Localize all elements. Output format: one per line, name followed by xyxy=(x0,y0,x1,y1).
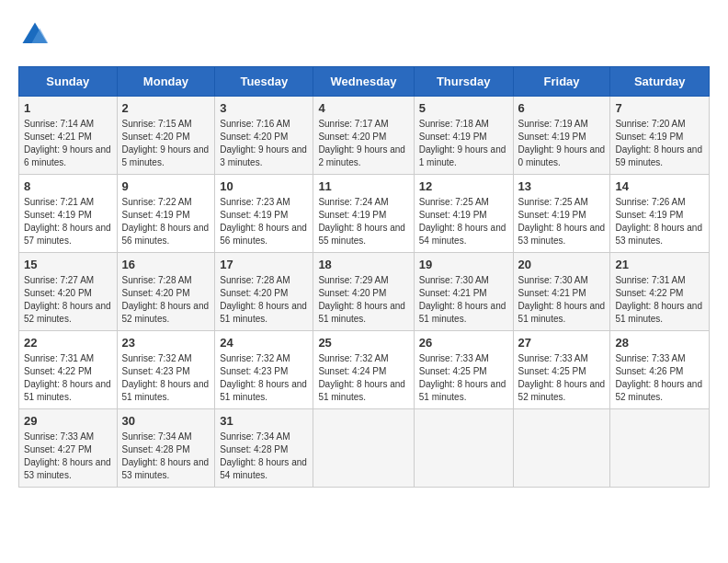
calendar-cell: 9 Sunrise: 7:22 AM Sunset: 4:19 PM Dayli… xyxy=(117,175,215,253)
day-number: 17 xyxy=(220,258,308,271)
col-header-saturday: Saturday xyxy=(610,67,710,97)
day-info: Sunrise: 7:25 AM Sunset: 4:19 PM Dayligh… xyxy=(419,196,508,247)
day-number: 24 xyxy=(220,336,308,350)
day-number: 5 xyxy=(419,101,508,115)
calendar-cell: 4 Sunrise: 7:17 AM Sunset: 4:20 PM Dayli… xyxy=(313,97,414,175)
day-info: Sunrise: 7:17 AM Sunset: 4:20 PM Dayligh… xyxy=(318,118,408,169)
day-number: 19 xyxy=(419,258,508,271)
day-info: Sunrise: 7:21 AM Sunset: 4:19 PM Dayligh… xyxy=(24,196,112,247)
day-number: 21 xyxy=(615,258,704,271)
day-info: Sunrise: 7:24 AM Sunset: 4:19 PM Dayligh… xyxy=(318,196,408,247)
calendar-cell: 23 Sunrise: 7:32 AM Sunset: 4:23 PM Dayl… xyxy=(117,331,215,409)
calendar-cell: 8 Sunrise: 7:21 AM Sunset: 4:19 PM Dayli… xyxy=(19,175,118,253)
calendar-cell: 7 Sunrise: 7:20 AM Sunset: 4:19 PM Dayli… xyxy=(610,97,710,175)
day-number: 28 xyxy=(615,336,704,350)
calendar-cell: 20 Sunrise: 7:30 AM Sunset: 4:21 PM Dayl… xyxy=(513,253,610,331)
calendar-cell xyxy=(414,409,513,488)
day-number: 23 xyxy=(122,336,210,350)
day-number: 14 xyxy=(615,179,704,193)
day-number: 6 xyxy=(518,101,606,115)
calendar-cell: 18 Sunrise: 7:29 AM Sunset: 4:20 PM Dayl… xyxy=(313,253,414,331)
day-number: 3 xyxy=(220,101,308,115)
week-row-4: 22 Sunrise: 7:31 AM Sunset: 4:22 PM Dayl… xyxy=(19,331,710,409)
day-info: Sunrise: 7:23 AM Sunset: 4:19 PM Dayligh… xyxy=(220,196,308,247)
col-header-wednesday: Wednesday xyxy=(313,67,414,97)
col-header-friday: Friday xyxy=(513,67,610,97)
day-info: Sunrise: 7:32 AM Sunset: 4:23 PM Dayligh… xyxy=(220,352,308,404)
day-info: Sunrise: 7:34 AM Sunset: 4:28 PM Dayligh… xyxy=(220,431,308,482)
calendar-cell: 13 Sunrise: 7:25 AM Sunset: 4:19 PM Dayl… xyxy=(513,175,610,253)
day-number: 29 xyxy=(24,414,112,428)
col-header-tuesday: Tuesday xyxy=(215,67,313,97)
day-number: 26 xyxy=(419,336,508,350)
col-header-sunday: Sunday xyxy=(19,67,118,97)
calendar-cell: 19 Sunrise: 7:30 AM Sunset: 4:21 PM Dayl… xyxy=(414,253,513,331)
day-info: Sunrise: 7:14 AM Sunset: 4:21 PM Dayligh… xyxy=(24,118,112,169)
day-number: 16 xyxy=(122,258,210,271)
calendar-table: SundayMondayTuesdayWednesdayThursdayFrid… xyxy=(18,66,710,488)
calendar-cell: 10 Sunrise: 7:23 AM Sunset: 4:19 PM Dayl… xyxy=(215,175,313,253)
calendar-cell: 14 Sunrise: 7:26 AM Sunset: 4:19 PM Dayl… xyxy=(610,175,710,253)
calendar-cell: 11 Sunrise: 7:24 AM Sunset: 4:19 PM Dayl… xyxy=(313,175,414,253)
day-info: Sunrise: 7:15 AM Sunset: 4:20 PM Dayligh… xyxy=(122,118,210,169)
calendar-cell: 25 Sunrise: 7:32 AM Sunset: 4:24 PM Dayl… xyxy=(313,331,414,409)
calendar-cell: 12 Sunrise: 7:25 AM Sunset: 4:19 PM Dayl… xyxy=(414,175,513,253)
day-number: 20 xyxy=(518,258,606,271)
day-info: Sunrise: 7:22 AM Sunset: 4:19 PM Dayligh… xyxy=(122,196,210,247)
calendar-cell: 30 Sunrise: 7:34 AM Sunset: 4:28 PM Dayl… xyxy=(117,409,215,488)
day-info: Sunrise: 7:30 AM Sunset: 4:21 PM Dayligh… xyxy=(419,274,508,326)
day-number: 4 xyxy=(318,101,408,115)
day-number: 8 xyxy=(24,179,112,193)
day-number: 22 xyxy=(24,336,112,350)
calendar-cell: 15 Sunrise: 7:27 AM Sunset: 4:20 PM Dayl… xyxy=(19,253,118,331)
calendar-cell xyxy=(513,409,610,488)
day-number: 11 xyxy=(318,179,408,193)
day-number: 30 xyxy=(122,414,210,428)
day-number: 10 xyxy=(220,179,308,193)
calendar-cell: 26 Sunrise: 7:33 AM Sunset: 4:25 PM Dayl… xyxy=(414,331,513,409)
calendar-cell: 3 Sunrise: 7:16 AM Sunset: 4:20 PM Dayli… xyxy=(215,97,313,175)
day-info: Sunrise: 7:27 AM Sunset: 4:20 PM Dayligh… xyxy=(24,274,112,326)
calendar-cell: 16 Sunrise: 7:28 AM Sunset: 4:20 PM Dayl… xyxy=(117,253,215,331)
calendar-cell: 5 Sunrise: 7:18 AM Sunset: 4:19 PM Dayli… xyxy=(414,97,513,175)
calendar-cell: 2 Sunrise: 7:15 AM Sunset: 4:20 PM Dayli… xyxy=(117,97,215,175)
day-number: 18 xyxy=(318,258,408,271)
day-info: Sunrise: 7:33 AM Sunset: 4:25 PM Dayligh… xyxy=(419,352,508,404)
calendar-cell: 28 Sunrise: 7:33 AM Sunset: 4:26 PM Dayl… xyxy=(610,331,710,409)
calendar-cell xyxy=(610,409,710,488)
day-info: Sunrise: 7:33 AM Sunset: 4:26 PM Dayligh… xyxy=(615,352,704,404)
day-number: 9 xyxy=(122,179,210,193)
col-header-monday: Monday xyxy=(117,67,215,97)
day-info: Sunrise: 7:30 AM Sunset: 4:21 PM Dayligh… xyxy=(518,274,606,326)
day-info: Sunrise: 7:31 AM Sunset: 4:22 PM Dayligh… xyxy=(615,274,704,326)
day-number: 27 xyxy=(518,336,606,350)
calendar-cell: 24 Sunrise: 7:32 AM Sunset: 4:23 PM Dayl… xyxy=(215,331,313,409)
logo-icon xyxy=(18,18,51,52)
day-info: Sunrise: 7:26 AM Sunset: 4:19 PM Dayligh… xyxy=(615,196,704,247)
calendar-cell: 1 Sunrise: 7:14 AM Sunset: 4:21 PM Dayli… xyxy=(19,97,118,175)
day-info: Sunrise: 7:32 AM Sunset: 4:24 PM Dayligh… xyxy=(318,352,408,404)
day-info: Sunrise: 7:16 AM Sunset: 4:20 PM Dayligh… xyxy=(220,118,308,169)
day-info: Sunrise: 7:18 AM Sunset: 4:19 PM Dayligh… xyxy=(419,118,508,169)
week-row-1: 1 Sunrise: 7:14 AM Sunset: 4:21 PM Dayli… xyxy=(19,97,710,175)
week-row-2: 8 Sunrise: 7:21 AM Sunset: 4:19 PM Dayli… xyxy=(19,175,710,253)
calendar-cell: 27 Sunrise: 7:33 AM Sunset: 4:25 PM Dayl… xyxy=(513,331,610,409)
day-number: 31 xyxy=(220,414,308,428)
day-info: Sunrise: 7:28 AM Sunset: 4:20 PM Dayligh… xyxy=(122,274,210,326)
day-info: Sunrise: 7:19 AM Sunset: 4:19 PM Dayligh… xyxy=(518,118,606,169)
calendar-cell: 21 Sunrise: 7:31 AM Sunset: 4:22 PM Dayl… xyxy=(610,253,710,331)
calendar-cell: 31 Sunrise: 7:34 AM Sunset: 4:28 PM Dayl… xyxy=(215,409,313,488)
day-info: Sunrise: 7:33 AM Sunset: 4:27 PM Dayligh… xyxy=(24,431,112,482)
day-info: Sunrise: 7:29 AM Sunset: 4:20 PM Dayligh… xyxy=(318,274,408,326)
day-info: Sunrise: 7:32 AM Sunset: 4:23 PM Dayligh… xyxy=(122,352,210,404)
calendar-cell: 29 Sunrise: 7:33 AM Sunset: 4:27 PM Dayl… xyxy=(19,409,118,488)
week-row-3: 15 Sunrise: 7:27 AM Sunset: 4:20 PM Dayl… xyxy=(19,253,710,331)
day-number: 1 xyxy=(24,101,112,115)
calendar-cell: 6 Sunrise: 7:19 AM Sunset: 4:19 PM Dayli… xyxy=(513,97,610,175)
calendar-cell: 22 Sunrise: 7:31 AM Sunset: 4:22 PM Dayl… xyxy=(19,331,118,409)
day-number: 7 xyxy=(615,101,704,115)
day-number: 12 xyxy=(419,179,508,193)
day-info: Sunrise: 7:25 AM Sunset: 4:19 PM Dayligh… xyxy=(518,196,606,247)
day-info: Sunrise: 7:34 AM Sunset: 4:28 PM Dayligh… xyxy=(122,431,210,482)
day-info: Sunrise: 7:28 AM Sunset: 4:20 PM Dayligh… xyxy=(220,274,308,326)
